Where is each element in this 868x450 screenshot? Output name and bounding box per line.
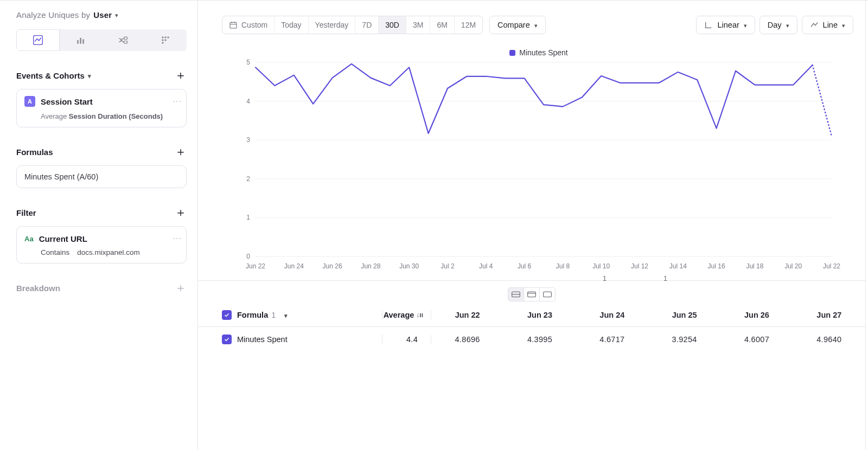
chart-type-selector[interactable]: Line ▾ [802,16,853,34]
svg-text:5: 5 [246,59,250,66]
row-cell: 4.3995 [503,335,576,344]
row-cell: 4.6717 [576,335,648,344]
events-section-head: Events & Cohorts ▾ ＋ [16,69,187,81]
tab-grid[interactable] [144,29,187,51]
formulas-section-head: Formulas ＋ [16,146,187,158]
range-30d[interactable]: 30D [379,16,406,34]
tab-bar[interactable] [60,29,102,51]
date-header[interactable]: Jun 23 [503,311,576,319]
svg-text:0: 0 [246,253,250,260]
time-bucket-selector[interactable]: Day ▾ [760,16,797,34]
event-card[interactable]: A Session Start ⋮ Average Session Durati… [16,89,187,127]
row-cell: 3.9254 [648,335,720,344]
svg-text:Jun 26: Jun 26 [323,262,342,270]
filter-section-head: Filter ＋ [16,207,187,218]
range-6m[interactable]: 6M [430,16,454,34]
svg-rect-1 [77,40,79,44]
line-chart-icon [33,35,43,46]
svg-text:Jul 22: Jul 22 [823,262,840,270]
svg-rect-5 [124,41,127,43]
event-subtitle: Average Session Duration (Seconds) [24,112,178,120]
row-name: Minutes Spent [237,335,288,344]
row-average: 4.4 [382,335,431,344]
average-header[interactable]: Average ↓ıı [382,311,431,319]
layout-full-button[interactable] [539,287,556,301]
row-checkbox[interactable] [222,335,232,344]
date-header[interactable]: Jun 26 [720,311,793,319]
breakdown-section-head: Breakdown ＋ [16,282,187,294]
sort-icon: ↓ıı [416,311,423,319]
more-icon[interactable]: ⋮ [175,97,178,106]
line-chart[interactable]: 012345Jun 22Jun 24Jun 26Jun 28Jun 30Jul … [224,59,853,276]
filter-subtitle: Contains docs.mixpanel.com [24,248,178,256]
formula-card[interactable]: Minutes Spent (A/60) [16,165,187,188]
layout-top-button[interactable] [524,287,540,301]
analyze-prefix: Analyze Uniques by [16,10,90,20]
svg-point-6 [162,36,163,38]
range-12m[interactable]: 12M [455,16,482,34]
chevron-down-icon: ▾ [842,22,845,29]
select-all-checkbox[interactable] [222,310,232,320]
analyze-value: User [93,10,112,20]
add-breakdown-button[interactable]: ＋ [175,282,187,294]
svg-rect-4 [124,37,127,39]
range-today[interactable]: Today [275,16,308,34]
svg-text:Jul 4: Jul 4 [479,262,493,270]
chevron-down-icon: ▾ [284,312,288,319]
matrix-icon [160,35,171,46]
svg-text:Jul 8: Jul 8 [556,262,570,270]
tab-insights[interactable] [16,29,60,51]
row-cell: 4.6007 [720,335,793,344]
date-header[interactable]: Jun 22 [431,311,503,319]
breakdown-label: Breakdown [16,284,60,293]
date-header[interactable]: Jun 27 [793,311,865,319]
svg-rect-3 [82,39,84,43]
chevron-down-icon: ▾ [88,73,91,80]
svg-text:Jul 18: Jul 18 [746,262,763,270]
svg-text:1: 1 [246,214,250,221]
analyze-by[interactable]: Analyze Uniques by User ▾ [16,10,187,20]
add-formula-button[interactable]: ＋ [175,146,187,158]
svg-text:Jun 22: Jun 22 [246,262,265,270]
events-label[interactable]: Events & Cohorts ▾ [16,71,91,80]
range-3m[interactable]: 3M [406,16,430,34]
svg-text:Jul 16: Jul 16 [708,262,725,270]
flow-icon [118,35,129,46]
range-custom[interactable]: Custom [222,16,275,34]
svg-text:Jul 6: Jul 6 [518,262,532,270]
line-icon [810,21,819,29]
scale-selector[interactable]: Linear ▾ [696,16,755,34]
svg-rect-2 [80,38,81,44]
range-7d[interactable]: 7D [355,16,379,34]
event-badge: A [24,96,35,107]
date-header[interactable]: Jun 24 [576,311,648,319]
svg-text:3: 3 [246,136,250,144]
svg-rect-48 [543,292,551,297]
query-type-tabs [16,29,187,51]
more-icon[interactable]: ⋮ [175,234,178,243]
add-event-button[interactable]: ＋ [175,69,187,81]
chart-legend[interactable]: Minutes Spent [224,48,853,57]
tab-flow[interactable] [102,29,144,51]
data-table: Formula 1▾Average ↓ııJun 22Jun 23Jun 24J… [198,306,865,352]
row-cell: 4.8696 [431,335,503,344]
chart-annotation[interactable]: 1 [663,275,667,282]
compare-button[interactable]: Compare ▾ [489,16,546,34]
range-yesterday[interactable]: Yesterday [309,16,356,34]
svg-text:2: 2 [246,175,250,183]
chevron-down-icon: ▾ [534,22,538,29]
svg-rect-12 [230,22,237,28]
svg-rect-46 [527,292,535,297]
svg-text:Jul 2: Jul 2 [441,262,455,270]
date-header[interactable]: Jun 25 [648,311,720,319]
group-label[interactable]: Formula 1 [237,311,276,319]
filter-card[interactable]: Aa Current URL ⋮ Contains docs.mixpanel.… [16,226,187,263]
event-title: Session Start [41,97,170,106]
chevron-down-icon: ▾ [786,22,789,29]
svg-point-10 [164,39,166,41]
chart-annotation[interactable]: 1 [603,275,607,282]
svg-point-11 [162,42,163,43]
svg-text:Jul 12: Jul 12 [631,262,648,270]
layout-split-button[interactable] [508,287,524,301]
add-filter-button[interactable]: ＋ [175,207,187,218]
